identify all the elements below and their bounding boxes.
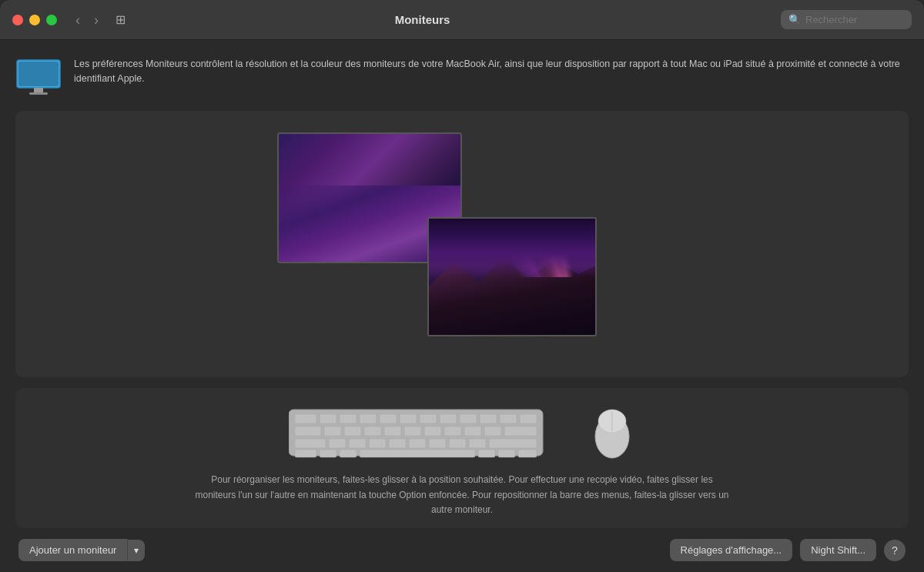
svg-rect-38: [295, 450, 316, 457]
svg-rect-13: [460, 414, 477, 423]
svg-rect-15: [500, 414, 517, 423]
svg-rect-22: [404, 426, 421, 436]
svg-rect-16: [520, 414, 537, 423]
svg-rect-28: [295, 439, 326, 448]
svg-rect-27: [504, 426, 537, 436]
info-text: Les préférences Moniteurs contrôlent la …: [74, 57, 909, 87]
svg-rect-21: [384, 426, 401, 436]
close-button[interactable]: [12, 15, 23, 25]
mouse-icon: [589, 402, 635, 463]
svg-rect-11: [420, 414, 437, 423]
keyboard-icon: [289, 402, 566, 463]
window-title: Moniteurs: [64, 13, 781, 26]
add-monitor-dropdown[interactable]: ▾: [128, 540, 145, 561]
add-monitor-group: Ajouter un moniteur ▾: [18, 539, 145, 561]
svg-rect-39: [320, 450, 336, 457]
svg-rect-26: [484, 426, 501, 436]
svg-rect-5: [295, 414, 316, 423]
right-buttons: Réglages d'affichage... Night Shift... ?: [670, 539, 906, 561]
svg-rect-9: [380, 414, 397, 423]
svg-rect-31: [369, 439, 386, 448]
add-monitor-button[interactable]: Ajouter un moniteur: [18, 539, 128, 561]
svg-rect-30: [349, 439, 366, 448]
svg-rect-18: [324, 426, 341, 436]
svg-rect-12: [440, 414, 457, 423]
svg-rect-19: [344, 426, 361, 436]
display-settings-button[interactable]: Réglages d'affichage...: [670, 539, 793, 561]
svg-rect-7: [340, 414, 357, 423]
search-box[interactable]: 🔍: [781, 10, 912, 29]
search-icon: 🔍: [788, 14, 801, 25]
svg-rect-25: [464, 426, 481, 436]
svg-rect-3: [29, 92, 48, 95]
svg-rect-2: [34, 88, 43, 92]
svg-rect-14: [480, 414, 497, 423]
help-button[interactable]: ?: [884, 540, 906, 561]
svg-rect-32: [389, 439, 406, 448]
maximize-button[interactable]: [46, 15, 57, 25]
peripherals-row: [289, 402, 635, 463]
minimize-button[interactable]: [29, 15, 40, 25]
info-banner: Les préférences Moniteurs contrôlent la …: [15, 54, 909, 100]
svg-rect-34: [429, 439, 446, 448]
traffic-lights: [12, 15, 57, 25]
display-area: [15, 111, 909, 377]
title-bar: ‹ › ⊞ Moniteurs 🔍: [0, 0, 924, 40]
svg-rect-36: [469, 439, 486, 448]
instruction-text: Pour réorganiser les moniteurs, faites-l…: [192, 473, 732, 517]
svg-rect-42: [478, 450, 495, 457]
monitors-canvas: [277, 132, 647, 356]
svg-rect-43: [498, 450, 515, 457]
svg-rect-40: [340, 450, 357, 457]
svg-rect-41: [360, 450, 475, 457]
night-shift-button[interactable]: Night Shift...: [800, 539, 876, 561]
svg-rect-20: [364, 426, 381, 436]
svg-rect-10: [400, 414, 417, 423]
svg-rect-35: [449, 439, 466, 448]
search-input[interactable]: [805, 14, 904, 25]
wallpaper-2: [429, 219, 595, 335]
monitor-icon: [15, 59, 62, 97]
svg-rect-6: [320, 414, 336, 423]
svg-rect-29: [329, 439, 346, 448]
svg-rect-23: [424, 426, 441, 436]
wallpaper-streaks: [429, 219, 595, 277]
svg-rect-24: [444, 426, 461, 436]
svg-rect-33: [409, 439, 426, 448]
monitor-display-2[interactable]: [427, 217, 597, 336]
peripheral-area: Pour réorganiser les moniteurs, faites-l…: [15, 388, 909, 528]
svg-rect-8: [360, 414, 377, 423]
bottom-bar: Ajouter un moniteur ▾ Réglages d'afficha…: [15, 539, 909, 561]
svg-rect-44: [518, 450, 537, 457]
svg-rect-37: [489, 439, 537, 448]
svg-rect-1: [18, 62, 59, 86]
main-content: Les préférences Moniteurs contrôlent la …: [0, 40, 924, 572]
svg-rect-17: [295, 426, 321, 436]
